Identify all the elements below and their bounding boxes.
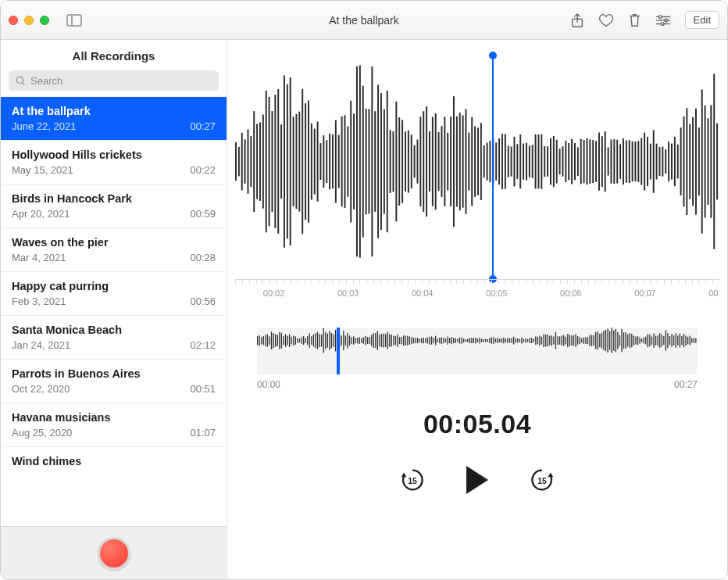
svg-rect-22 xyxy=(274,95,276,227)
svg-rect-375 xyxy=(669,336,670,345)
svg-rect-370 xyxy=(659,333,660,348)
svg-rect-25 xyxy=(284,76,285,248)
svg-rect-244 xyxy=(407,336,408,345)
svg-rect-176 xyxy=(271,331,272,349)
svg-rect-229 xyxy=(377,331,378,349)
svg-rect-234 xyxy=(387,332,388,349)
svg-rect-385 xyxy=(690,336,691,345)
svg-rect-112 xyxy=(547,146,548,177)
svg-rect-132 xyxy=(608,148,609,176)
svg-rect-29 xyxy=(296,114,298,209)
svg-rect-157 xyxy=(683,116,685,206)
svg-rect-325 xyxy=(569,335,570,345)
svg-marker-389 xyxy=(401,473,407,478)
svg-rect-152 xyxy=(668,141,669,181)
svg-rect-130 xyxy=(601,136,603,187)
recording-item[interactable]: Santa Monica Beach Jan 24, 2021 02:12 xyxy=(1,315,227,359)
recording-item[interactable]: Hollywood Hills crickets May 15, 2021 00… xyxy=(1,140,227,184)
svg-rect-348 xyxy=(616,329,616,352)
svg-rect-64 xyxy=(401,120,403,202)
svg-rect-215 xyxy=(349,335,350,345)
overview-playhead[interactable] xyxy=(337,328,340,374)
svg-rect-77 xyxy=(441,126,443,197)
svg-rect-301 xyxy=(521,338,522,344)
svg-rect-139 xyxy=(629,140,630,183)
svg-rect-251 xyxy=(421,338,422,343)
svg-rect-116 xyxy=(559,149,561,174)
svg-rect-274 xyxy=(467,339,468,342)
svg-rect-159 xyxy=(689,124,691,199)
edit-button[interactable]: Edit xyxy=(685,11,719,29)
svg-rect-40 xyxy=(329,134,330,189)
svg-rect-331 xyxy=(581,338,582,342)
svg-rect-227 xyxy=(373,333,374,348)
svg-rect-238 xyxy=(395,336,396,345)
recording-item[interactable]: Birds in Hancock Park Apr 20, 2021 00:59 xyxy=(1,184,227,227)
svg-rect-114 xyxy=(553,136,555,187)
recording-item[interactable]: Happy cat purring Feb 3, 2021 00:56 xyxy=(1,271,227,315)
svg-rect-47 xyxy=(350,101,352,223)
svg-rect-117 xyxy=(562,146,564,176)
minimize-window-button[interactable] xyxy=(24,16,34,25)
skip-forward-15-button[interactable]: 15 xyxy=(529,467,555,493)
svg-rect-388 xyxy=(695,338,696,343)
playhead[interactable] xyxy=(492,55,494,279)
favorite-button[interactable] xyxy=(598,13,614,27)
svg-rect-239 xyxy=(397,334,398,346)
svg-rect-334 xyxy=(587,337,588,344)
delete-button[interactable] xyxy=(628,13,641,28)
recording-item[interactable]: At the ballpark June 22, 2021 00:27 xyxy=(1,97,227,140)
recording-item[interactable]: Havana musicians Aug 25, 2020 01:07 xyxy=(1,403,227,446)
svg-rect-178 xyxy=(275,334,276,346)
waveform-overview[interactable] xyxy=(257,328,698,374)
svg-rect-248 xyxy=(415,338,416,343)
svg-rect-80 xyxy=(450,116,451,206)
svg-rect-27 xyxy=(290,77,291,245)
svg-rect-49 xyxy=(356,66,358,257)
svg-rect-188 xyxy=(295,336,296,344)
zoom-window-button[interactable] xyxy=(40,16,49,25)
waveform-zoomed[interactable]: 00:0200:0300:0400:0500:0600:0700:08 xyxy=(235,55,719,298)
svg-rect-141 xyxy=(635,141,637,181)
play-button[interactable] xyxy=(466,466,488,494)
search-input[interactable] xyxy=(9,70,219,91)
svg-rect-92 xyxy=(487,143,488,181)
recording-item[interactable]: Parrots in Buenos Aires Oct 22, 2020 00:… xyxy=(1,359,227,403)
record-button[interactable] xyxy=(98,537,130,570)
svg-rect-172 xyxy=(263,336,264,345)
svg-rect-267 xyxy=(453,338,454,343)
skip-back-15-button[interactable]: 15 xyxy=(399,467,426,493)
svg-rect-83 xyxy=(459,113,461,210)
recording-duration: 01:07 xyxy=(190,427,216,439)
svg-rect-212 xyxy=(343,331,344,350)
svg-rect-150 xyxy=(662,147,663,177)
toggle-sidebar-button[interactable] xyxy=(66,14,82,27)
svg-rect-259 xyxy=(437,338,438,342)
svg-rect-37 xyxy=(320,143,322,180)
recording-date: May 15, 2021 xyxy=(12,164,73,176)
recording-item[interactable]: Wind chimes xyxy=(1,446,227,478)
recording-item[interactable]: Waves on the pier Mar 4, 2021 00:28 xyxy=(1,227,227,271)
svg-rect-44 xyxy=(341,116,343,206)
svg-rect-286 xyxy=(491,338,492,344)
close-window-button[interactable] xyxy=(9,16,18,25)
svg-marker-391 xyxy=(548,473,554,478)
svg-point-8 xyxy=(661,22,664,25)
svg-rect-288 xyxy=(495,338,496,342)
share-button[interactable] xyxy=(570,13,584,28)
svg-rect-119 xyxy=(568,143,569,180)
recording-date: Feb 3, 2021 xyxy=(12,295,66,307)
svg-rect-228 xyxy=(375,333,376,348)
svg-rect-283 xyxy=(485,339,486,342)
svg-rect-154 xyxy=(674,137,676,186)
sidebar: All Recordings At the ballpark June 22, … xyxy=(1,40,227,579)
svg-rect-136 xyxy=(619,144,621,178)
svg-rect-20 xyxy=(269,97,270,226)
svg-rect-318 xyxy=(555,332,556,349)
playback-settings-button[interactable] xyxy=(655,14,671,27)
recording-duration: 02:12 xyxy=(190,339,216,351)
svg-rect-28 xyxy=(293,116,294,206)
svg-rect-184 xyxy=(287,336,287,345)
svg-rect-110 xyxy=(541,134,542,189)
svg-rect-211 xyxy=(341,335,342,345)
